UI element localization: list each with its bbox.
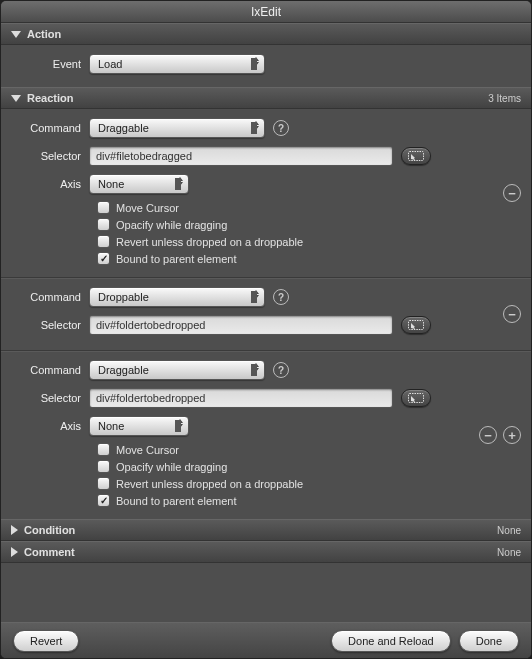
command-select[interactable]: Droppable — [89, 287, 265, 307]
selector-input[interactable] — [89, 315, 393, 335]
done-reload-button[interactable]: Done and Reload — [331, 630, 451, 652]
axis-select[interactable]: None — [89, 416, 189, 436]
checkbox-label: Opacify while dragging — [116, 461, 227, 473]
selector-input[interactable] — [89, 146, 393, 166]
checkbox-label: Bound to parent element — [116, 495, 236, 507]
reaction-header[interactable]: Reaction 3 Items — [1, 87, 531, 109]
reaction-body: Command Draggable ? Selector Axis None — [1, 109, 531, 519]
ixedit-window: IxEdit Action Event Load Reaction 3 Item… — [0, 0, 532, 659]
condition-header[interactable]: Condition None — [1, 519, 531, 541]
help-icon[interactable]: ? — [273, 362, 289, 378]
checkbox-label: Revert unless dropped on a droppable — [116, 236, 303, 248]
checkbox-label: Bound to parent element — [116, 253, 236, 265]
checkbox[interactable] — [97, 477, 110, 490]
checkbox[interactable] — [97, 252, 110, 265]
event-label: Event — [11, 58, 89, 70]
remove-button[interactable]: − — [503, 305, 521, 323]
footer: Revert Done and Reload Done — [1, 622, 531, 658]
checkbox-label: Revert unless dropped on a droppable — [116, 478, 303, 490]
element-picker-button[interactable] — [401, 316, 431, 334]
checkbox[interactable] — [97, 218, 110, 231]
command-select[interactable]: Draggable — [89, 118, 265, 138]
checkbox[interactable] — [97, 443, 110, 456]
disclosure-right-icon — [11, 547, 18, 557]
axis-select[interactable]: None — [89, 174, 189, 194]
element-picker-button[interactable] — [401, 147, 431, 165]
element-picker-button[interactable] — [401, 389, 431, 407]
section-title: Condition — [24, 524, 75, 536]
selector-label: Selector — [11, 150, 89, 162]
window-title: IxEdit — [1, 1, 531, 23]
reaction-count: 3 Items — [488, 93, 521, 104]
svg-rect-0 — [409, 152, 424, 161]
help-icon[interactable]: ? — [273, 289, 289, 305]
command-label: Command — [11, 364, 89, 376]
section-title: Reaction — [27, 92, 73, 104]
reaction-item: Command Draggable ? Selector Axis None — [1, 109, 531, 277]
checkbox[interactable] — [97, 235, 110, 248]
condition-value: None — [497, 525, 521, 536]
command-label: Command — [11, 291, 89, 303]
checkbox[interactable] — [97, 494, 110, 507]
command-label: Command — [11, 122, 89, 134]
disclosure-right-icon — [11, 525, 18, 535]
event-select[interactable]: Load — [89, 54, 265, 74]
svg-rect-1 — [409, 321, 424, 330]
checkbox-label: Opacify while dragging — [116, 219, 227, 231]
axis-label: Axis — [11, 420, 89, 432]
section-title: Action — [27, 28, 61, 40]
revert-button[interactable]: Revert — [13, 630, 79, 652]
svg-rect-2 — [409, 394, 424, 403]
checkbox[interactable] — [97, 460, 110, 473]
disclosure-down-icon — [11, 31, 21, 38]
axis-label: Axis — [11, 178, 89, 190]
add-button[interactable]: + — [503, 426, 521, 444]
checkbox-label: Move Cursor — [116, 444, 179, 456]
command-select[interactable]: Draggable — [89, 360, 265, 380]
checkbox[interactable] — [97, 201, 110, 214]
selector-label: Selector — [11, 392, 89, 404]
action-header[interactable]: Action — [1, 23, 531, 45]
selector-label: Selector — [11, 319, 89, 331]
checkbox-label: Move Cursor — [116, 202, 179, 214]
done-button[interactable]: Done — [459, 630, 519, 652]
remove-button[interactable]: − — [503, 184, 521, 202]
help-icon[interactable]: ? — [273, 120, 289, 136]
section-title: Comment — [24, 546, 75, 558]
disclosure-down-icon — [11, 95, 21, 102]
comment-value: None — [497, 547, 521, 558]
reaction-item: Command Droppable ? Selector − — [1, 277, 531, 350]
reaction-item: Command Draggable ? Selector Axis None — [1, 350, 531, 519]
remove-button[interactable]: − — [479, 426, 497, 444]
selector-input[interactable] — [89, 388, 393, 408]
comment-header[interactable]: Comment None — [1, 541, 531, 563]
action-body: Event Load — [1, 45, 531, 87]
